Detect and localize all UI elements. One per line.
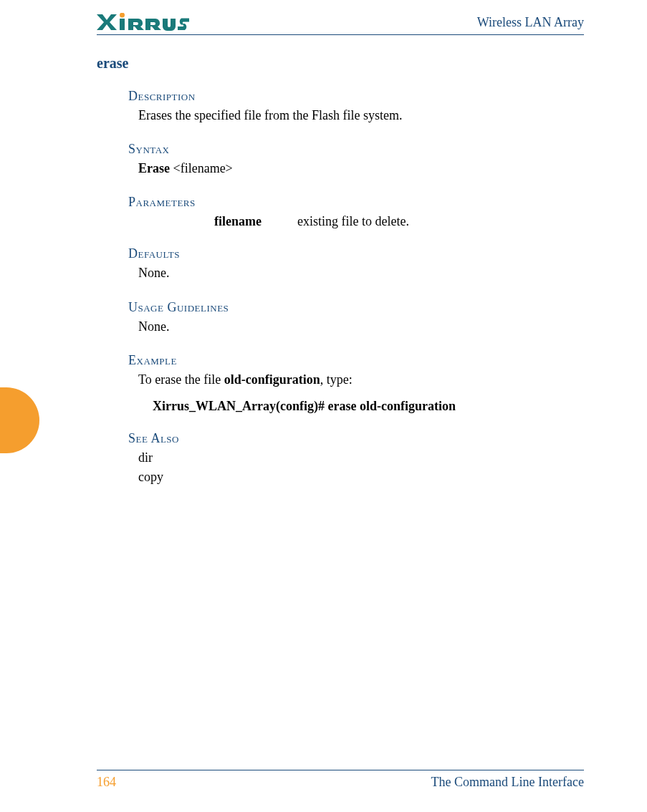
syntax-section: Syntax Erase <filename> <box>128 142 584 178</box>
see-also-section: See Also dir copy <box>128 431 584 486</box>
document-title: Wireless LAN Array <box>477 15 584 30</box>
example-intro-bold: old-configuration <box>224 372 320 387</box>
defaults-body: None. <box>138 264 584 282</box>
syntax-cmd-arg: <filename> <box>170 161 233 175</box>
syntax-heading: Syntax <box>128 142 584 157</box>
side-tab <box>0 387 39 453</box>
footer-section-title: The Command Line Interface <box>431 775 584 790</box>
xirrus-logo <box>97 13 204 32</box>
description-body: Erases the specified file from the Flash… <box>138 107 584 125</box>
parameter-description: existing file to delete. <box>297 214 409 229</box>
see-also-item-2: copy <box>138 468 584 486</box>
parameters-section: Parameters filename existing file to del… <box>128 195 584 229</box>
see-also-heading: See Also <box>128 431 584 446</box>
example-intro: To erase the file old-configuration, typ… <box>138 371 584 389</box>
svg-point-2 <box>120 13 125 18</box>
usage-section: Usage Guidelines None. <box>128 300 584 336</box>
page-number: 164 <box>97 775 116 790</box>
page-header: Wireless LAN Array <box>97 13 584 35</box>
page-content: Wireless LAN Array erase Description Era… <box>97 13 584 486</box>
example-intro-post: , type: <box>320 372 353 387</box>
svg-rect-1 <box>120 19 125 30</box>
syntax-cmd-bold: Erase <box>138 161 170 175</box>
parameters-heading: Parameters <box>128 195 584 210</box>
usage-body: None. <box>138 318 584 336</box>
parameter-row: filename existing file to delete. <box>214 214 584 229</box>
example-intro-pre: To erase the file <box>138 372 224 387</box>
example-section: Example To erase the file old-configurat… <box>128 353 584 414</box>
see-also-item-1: dir <box>138 449 584 467</box>
example-heading: Example <box>128 353 584 368</box>
description-section: Description Erases the specified file fr… <box>128 89 584 125</box>
svg-marker-0 <box>97 14 117 30</box>
parameter-name: filename <box>214 214 262 229</box>
command-title: erase <box>97 55 584 72</box>
usage-heading: Usage Guidelines <box>128 300 584 315</box>
example-command: Xirrus_WLAN_Array(config)# erase old-con… <box>153 399 584 414</box>
defaults-heading: Defaults <box>128 246 584 261</box>
page-footer: 164 The Command Line Interface <box>97 770 584 790</box>
description-heading: Description <box>128 89 584 104</box>
defaults-section: Defaults None. <box>128 246 584 282</box>
syntax-body: Erase <filename> <box>138 160 584 178</box>
